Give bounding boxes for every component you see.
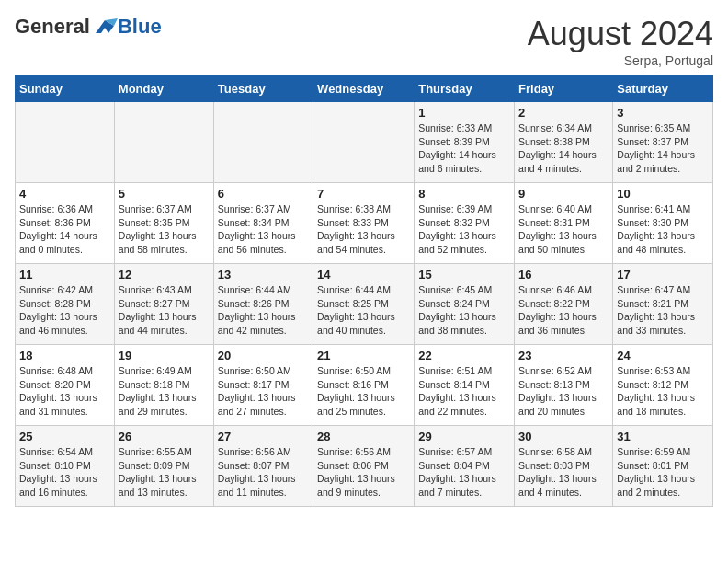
day-number: 5 <box>119 187 210 201</box>
day-number: 24 <box>617 349 709 362</box>
calendar-cell: 12Sunrise: 6:43 AM Sunset: 8:27 PM Dayli… <box>114 264 213 345</box>
day-number: 21 <box>317 349 410 362</box>
calendar-cell: 28Sunrise: 6:56 AM Sunset: 8:06 PM Dayli… <box>313 426 415 507</box>
day-number: 1 <box>418 106 510 120</box>
day-number: 16 <box>518 268 609 282</box>
day-number: 2 <box>518 106 609 120</box>
day-info: Sunrise: 6:55 AM Sunset: 8:09 PM Dayligh… <box>119 445 210 500</box>
day-info: Sunrise: 6:44 AM Sunset: 8:26 PM Dayligh… <box>218 283 309 338</box>
day-number: 7 <box>317 187 410 201</box>
day-info: Sunrise: 6:56 AM Sunset: 8:06 PM Dayligh… <box>317 445 410 500</box>
day-info: Sunrise: 6:59 AM Sunset: 8:01 PM Dayligh… <box>617 445 709 500</box>
day-info: Sunrise: 6:39 AM Sunset: 8:32 PM Dayligh… <box>418 202 510 257</box>
day-info: Sunrise: 6:41 AM Sunset: 8:30 PM Dayligh… <box>617 202 709 257</box>
calendar-week-4: 18Sunrise: 6:48 AM Sunset: 8:20 PM Dayli… <box>16 345 713 426</box>
weekday-header-thursday: Thursday <box>415 76 515 102</box>
day-info: Sunrise: 6:56 AM Sunset: 8:07 PM Dayligh… <box>218 445 309 500</box>
day-number: 4 <box>19 187 110 201</box>
day-number: 30 <box>518 430 609 443</box>
day-info: Sunrise: 6:37 AM Sunset: 8:34 PM Dayligh… <box>218 202 309 257</box>
calendar-cell: 30Sunrise: 6:58 AM Sunset: 8:03 PM Dayli… <box>515 426 613 507</box>
day-number: 13 <box>218 268 309 282</box>
day-info: Sunrise: 6:47 AM Sunset: 8:21 PM Dayligh… <box>617 283 709 338</box>
calendar-week-2: 4Sunrise: 6:36 AM Sunset: 8:36 PM Daylig… <box>16 183 713 264</box>
calendar-cell: 18Sunrise: 6:48 AM Sunset: 8:20 PM Dayli… <box>16 345 115 426</box>
weekday-header-wednesday: Wednesday <box>313 76 415 102</box>
calendar-cell <box>16 102 115 183</box>
day-number: 14 <box>317 268 410 282</box>
calendar-cell: 31Sunrise: 6:59 AM Sunset: 8:01 PM Dayli… <box>613 426 713 507</box>
calendar-cell: 22Sunrise: 6:51 AM Sunset: 8:14 PM Dayli… <box>415 345 515 426</box>
day-info: Sunrise: 6:45 AM Sunset: 8:24 PM Dayligh… <box>418 283 510 338</box>
calendar-cell <box>114 102 213 183</box>
calendar-cell: 29Sunrise: 6:57 AM Sunset: 8:04 PM Dayli… <box>415 426 515 507</box>
calendar-cell: 2Sunrise: 6:34 AM Sunset: 8:38 PM Daylig… <box>515 102 613 183</box>
day-info: Sunrise: 6:58 AM Sunset: 8:03 PM Dayligh… <box>518 445 609 500</box>
calendar-cell: 3Sunrise: 6:35 AM Sunset: 8:37 PM Daylig… <box>613 102 713 183</box>
calendar-cell: 19Sunrise: 6:49 AM Sunset: 8:18 PM Dayli… <box>114 345 213 426</box>
day-number: 27 <box>218 430 309 443</box>
calendar-cell: 16Sunrise: 6:46 AM Sunset: 8:22 PM Dayli… <box>515 264 613 345</box>
day-number: 25 <box>19 430 110 443</box>
day-info: Sunrise: 6:42 AM Sunset: 8:28 PM Dayligh… <box>19 283 110 338</box>
calendar-cell: 23Sunrise: 6:52 AM Sunset: 8:13 PM Dayli… <box>515 345 613 426</box>
weekday-header-tuesday: Tuesday <box>213 76 313 102</box>
page-header: General Blue August 2024 Serpa, Portugal <box>15 15 713 68</box>
day-info: Sunrise: 6:44 AM Sunset: 8:25 PM Dayligh… <box>317 283 410 338</box>
logo: General Blue <box>15 15 162 39</box>
day-info: Sunrise: 6:51 AM Sunset: 8:14 PM Dayligh… <box>418 364 510 419</box>
calendar-week-3: 11Sunrise: 6:42 AM Sunset: 8:28 PM Dayli… <box>16 264 713 345</box>
day-number: 12 <box>119 268 210 282</box>
day-number: 29 <box>418 430 510 443</box>
calendar-cell: 8Sunrise: 6:39 AM Sunset: 8:32 PM Daylig… <box>415 183 515 264</box>
calendar-cell: 24Sunrise: 6:53 AM Sunset: 8:12 PM Dayli… <box>613 345 713 426</box>
calendar-cell: 25Sunrise: 6:54 AM Sunset: 8:10 PM Dayli… <box>16 426 115 507</box>
calendar-cell: 26Sunrise: 6:55 AM Sunset: 8:09 PM Dayli… <box>114 426 213 507</box>
day-number: 8 <box>418 187 510 201</box>
day-number: 23 <box>518 349 609 362</box>
day-info: Sunrise: 6:33 AM Sunset: 8:39 PM Dayligh… <box>418 121 510 176</box>
day-number: 9 <box>518 187 609 201</box>
day-info: Sunrise: 6:50 AM Sunset: 8:16 PM Dayligh… <box>317 364 410 419</box>
day-number: 26 <box>119 430 210 443</box>
day-number: 18 <box>19 349 110 362</box>
calendar-week-5: 25Sunrise: 6:54 AM Sunset: 8:10 PM Dayli… <box>16 426 713 507</box>
calendar-cell: 5Sunrise: 6:37 AM Sunset: 8:35 PM Daylig… <box>114 183 213 264</box>
weekday-header-sunday: Sunday <box>16 76 115 102</box>
day-number: 10 <box>617 187 709 201</box>
calendar-cell: 17Sunrise: 6:47 AM Sunset: 8:21 PM Dayli… <box>613 264 713 345</box>
day-number: 11 <box>19 268 110 282</box>
day-number: 3 <box>617 106 709 120</box>
day-info: Sunrise: 6:43 AM Sunset: 8:27 PM Dayligh… <box>119 283 210 338</box>
weekday-header-friday: Friday <box>515 76 613 102</box>
weekday-header-row: SundayMondayTuesdayWednesdayThursdayFrid… <box>16 76 713 102</box>
day-number: 15 <box>418 268 510 282</box>
calendar-cell: 14Sunrise: 6:44 AM Sunset: 8:25 PM Dayli… <box>313 264 415 345</box>
day-number: 28 <box>317 430 410 443</box>
location: Serpa, Portugal <box>528 53 713 68</box>
day-info: Sunrise: 6:46 AM Sunset: 8:22 PM Dayligh… <box>518 283 609 338</box>
day-info: Sunrise: 6:36 AM Sunset: 8:36 PM Dayligh… <box>19 202 110 257</box>
day-number: 17 <box>617 268 709 282</box>
calendar-cell <box>213 102 313 183</box>
day-info: Sunrise: 6:40 AM Sunset: 8:31 PM Dayligh… <box>518 202 609 257</box>
day-info: Sunrise: 6:35 AM Sunset: 8:37 PM Dayligh… <box>617 121 709 176</box>
calendar-cell: 13Sunrise: 6:44 AM Sunset: 8:26 PM Dayli… <box>213 264 313 345</box>
calendar-week-1: 1Sunrise: 6:33 AM Sunset: 8:39 PM Daylig… <box>16 102 713 183</box>
calendar-cell: 20Sunrise: 6:50 AM Sunset: 8:17 PM Dayli… <box>213 345 313 426</box>
day-info: Sunrise: 6:57 AM Sunset: 8:04 PM Dayligh… <box>418 445 510 500</box>
day-info: Sunrise: 6:38 AM Sunset: 8:33 PM Dayligh… <box>317 202 410 257</box>
calendar-cell: 6Sunrise: 6:37 AM Sunset: 8:34 PM Daylig… <box>213 183 313 264</box>
calendar-cell: 7Sunrise: 6:38 AM Sunset: 8:33 PM Daylig… <box>313 183 415 264</box>
calendar-table: SundayMondayTuesdayWednesdayThursdayFrid… <box>15 75 713 507</box>
logo-general-text: General <box>15 15 90 39</box>
day-info: Sunrise: 6:53 AM Sunset: 8:12 PM Dayligh… <box>617 364 709 419</box>
day-info: Sunrise: 6:48 AM Sunset: 8:20 PM Dayligh… <box>19 364 110 419</box>
logo-blue-text: Blue <box>118 15 162 38</box>
calendar-body: 1Sunrise: 6:33 AM Sunset: 8:39 PM Daylig… <box>16 102 713 507</box>
day-info: Sunrise: 6:34 AM Sunset: 8:38 PM Dayligh… <box>518 121 609 176</box>
calendar-cell: 4Sunrise: 6:36 AM Sunset: 8:36 PM Daylig… <box>16 183 115 264</box>
day-info: Sunrise: 6:50 AM Sunset: 8:17 PM Dayligh… <box>218 364 309 419</box>
weekday-header-monday: Monday <box>114 76 213 102</box>
calendar-cell: 15Sunrise: 6:45 AM Sunset: 8:24 PM Dayli… <box>415 264 515 345</box>
